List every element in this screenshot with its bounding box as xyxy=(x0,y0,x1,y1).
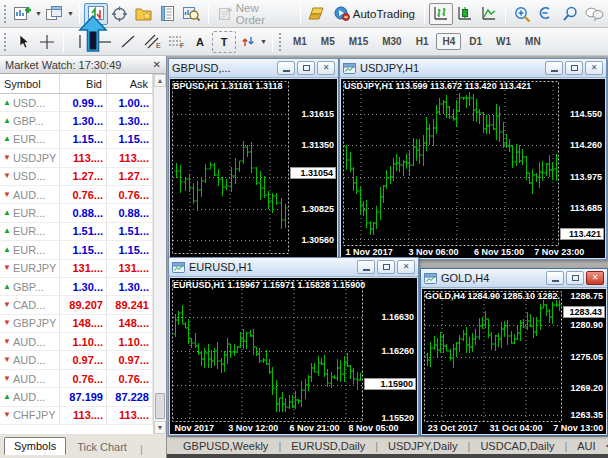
data-window-button[interactable] xyxy=(108,3,132,25)
market-watch-row[interactable]: ▼AUD...0.76...0.76... xyxy=(0,370,153,388)
chart-window-usdjpy[interactable]: USDJPY,H1✕USDJPY,H1 113.599 113.672 113.… xyxy=(339,58,607,260)
bar-chart-button[interactable] xyxy=(429,3,453,25)
profiles-dropdown[interactable]: ▼ xyxy=(67,10,74,17)
chat-button[interactable] xyxy=(582,3,606,25)
trendline-tool[interactable] xyxy=(116,31,140,53)
window-titlebar[interactable]: GOLD,H4✕ xyxy=(421,269,607,288)
timeframe-mn[interactable]: MN xyxy=(519,33,547,50)
toolbar-grip[interactable] xyxy=(4,33,9,51)
crosshair-tool[interactable] xyxy=(35,31,59,53)
restore-button[interactable] xyxy=(566,271,584,285)
minimize-button[interactable] xyxy=(546,271,564,285)
chart-body[interactable]: BPUSD,H1 1.31181 1.31181.316151.313501.3… xyxy=(170,79,337,266)
zoom-in-button[interactable] xyxy=(510,3,534,25)
restore-button[interactable] xyxy=(297,61,315,75)
new-chart-button[interactable] xyxy=(11,3,35,25)
equidistant-channel-tool[interactable]: E xyxy=(140,31,164,53)
scroll-up-icon[interactable]: ▲ xyxy=(154,74,166,87)
window-titlebar[interactable]: EURUSD,H1✕ xyxy=(169,258,418,277)
market-watch-tab-symbols[interactable]: Symbols xyxy=(4,437,66,455)
column-bid[interactable]: Bid xyxy=(60,74,107,93)
cursor-tool[interactable] xyxy=(11,31,35,53)
market-watch-row[interactable]: ▼USDJPY113....113.... xyxy=(0,149,153,167)
market-watch-row[interactable]: ▼USD...1.27...1.27... xyxy=(0,168,153,186)
price-chart[interactable] xyxy=(172,81,289,254)
market-watch-toggle[interactable] xyxy=(84,3,108,25)
strategy-tester-button[interactable] xyxy=(180,3,204,25)
market-watch-row[interactable]: ▼AUD...0.76...0.76... xyxy=(0,186,153,204)
timeframe-m30[interactable]: M30 xyxy=(376,33,407,50)
timeframe-w1[interactable]: W1 xyxy=(490,33,517,50)
text-tool[interactable]: A xyxy=(188,31,212,53)
close-button[interactable]: ✕ xyxy=(586,271,604,285)
chart-tab-gbpusd-weekly[interactable]: GBPUSD,Weekly xyxy=(173,439,278,453)
close-button[interactable]: ✕ xyxy=(585,61,603,75)
price-chart[interactable] xyxy=(172,280,363,422)
chart-body[interactable]: USDJPY,H1 113.599 113.672 113.420 113.42… xyxy=(341,79,605,258)
market-watch-row[interactable]: ▲GBP...1.30...1.30... xyxy=(0,112,153,130)
arrows-tool[interactable] xyxy=(236,31,260,53)
column-symbol[interactable]: Symbol xyxy=(0,74,60,93)
market-watch-row[interactable]: ▲AUD...87.19987.228 xyxy=(0,388,153,406)
metaeditor-button[interactable] xyxy=(305,3,329,25)
new-chart-dropdown[interactable]: ▼ xyxy=(35,10,42,17)
navigator-button[interactable] xyxy=(132,3,156,25)
timeframe-h1[interactable]: H1 xyxy=(410,33,435,50)
market-watch-titlebar[interactable]: Market Watch: 17:30:49 ✕ xyxy=(0,56,166,74)
market-watch-close-icon[interactable]: ✕ xyxy=(153,60,161,70)
market-watch-row[interactable]: ▼AUD...1.10...1.10... xyxy=(0,333,153,351)
text-label-tool[interactable]: T xyxy=(212,31,236,53)
chart-window-eurusd[interactable]: EURUSD,H1✕EURUSD,H1 1.15967 1.15971 1.15… xyxy=(168,257,419,436)
restore-button[interactable] xyxy=(565,61,583,75)
restore-button[interactable] xyxy=(377,260,395,274)
price-chart[interactable] xyxy=(343,81,559,246)
timeframe-d1[interactable]: D1 xyxy=(463,33,488,50)
toolbar-grip[interactable] xyxy=(4,5,9,23)
toolbar-grip[interactable] xyxy=(279,33,284,51)
market-watch-row[interactable]: ▼CAD...89.20789.241 xyxy=(0,296,153,314)
market-watch-row[interactable]: ▲EUR...0.88...0.88... xyxy=(0,204,153,222)
scroll-thumb[interactable] xyxy=(155,393,165,419)
market-watch-row[interactable]: ▲GBP...1.30...1.30... xyxy=(0,278,153,296)
timeframe-m15[interactable]: M15 xyxy=(343,33,374,50)
close-button[interactable]: ✕ xyxy=(317,61,335,75)
minimize-button[interactable] xyxy=(357,260,375,274)
scroll-down-icon[interactable]: ▼ xyxy=(154,421,166,434)
minimize-button[interactable] xyxy=(277,61,295,75)
timeframe-m5[interactable]: M5 xyxy=(315,33,341,50)
chart-tab-usdjpy-daily[interactable]: USDJPY,Daily xyxy=(378,439,468,453)
market-watch-row[interactable]: ▼CHFJPY113....113.... xyxy=(0,407,153,425)
arrows-dropdown[interactable]: ▼ xyxy=(260,38,267,45)
market-watch-tab-tick-chart[interactable]: Tick Chart xyxy=(68,439,136,455)
horizontal-line-tool[interactable] xyxy=(92,31,116,53)
market-watch-row[interactable]: ▼AUD...0.97...0.97... xyxy=(0,351,153,369)
chart-tab-aui[interactable]: AUI xyxy=(567,439,605,453)
line-chart-button[interactable] xyxy=(477,3,501,25)
autotrading-button[interactable]: AutoTrading xyxy=(329,3,420,25)
minimize-button[interactable] xyxy=(545,61,563,75)
chart-window-gold[interactable]: GOLD,H4✕GOLD,H4 1284.90 1285.10 1282.128… xyxy=(420,268,608,436)
market-watch-row[interactable]: ▼EURJPY131....131.... xyxy=(0,260,153,278)
candlestick-chart-button[interactable] xyxy=(453,3,477,25)
column-ask[interactable]: Ask xyxy=(107,74,153,93)
fibonacci-tool[interactable]: F xyxy=(164,31,188,53)
market-watch-row[interactable]: ▲EUR...1.15...1.15... xyxy=(0,131,153,149)
market-watch-row[interactable]: ▲EUR...1.51...1.51... xyxy=(0,223,153,241)
chart-tab-eurusd-daily[interactable]: EURUSD,Daily xyxy=(281,439,375,453)
vertical-line-tool[interactable] xyxy=(68,31,92,53)
price-chart[interactable] xyxy=(424,291,562,422)
zoom-out-button[interactable] xyxy=(534,3,558,25)
chart-tab-usdcad-daily[interactable]: USDCAD,Daily xyxy=(470,439,564,453)
window-titlebar[interactable]: USDJPY,H1✕ xyxy=(340,59,606,78)
chart-body[interactable]: EURUSD,H1 1.15967 1.15971 1.15828 1.1590… xyxy=(170,278,417,434)
market-watch-row[interactable]: ▲EUR...1.15...1.15... xyxy=(0,241,153,259)
timeframe-m1[interactable]: M1 xyxy=(287,33,313,50)
terminal-button[interactable] xyxy=(156,3,180,25)
chart-window-gbpusd[interactable]: GBPUSD,...✕BPUSD,H1 1.31181 1.31181.3161… xyxy=(168,58,339,268)
market-watch-scrollbar[interactable]: ▲ ▼ xyxy=(153,74,166,434)
search-button[interactable] xyxy=(558,3,582,25)
profiles-button[interactable] xyxy=(43,3,67,25)
new-order-button[interactable]: New Order xyxy=(213,3,296,25)
chart-body[interactable]: GOLD,H4 1284.90 1285.10 1282.1286.751280… xyxy=(422,289,606,434)
market-watch-row[interactable]: ▼GBPJPY148....148.... xyxy=(0,315,153,333)
